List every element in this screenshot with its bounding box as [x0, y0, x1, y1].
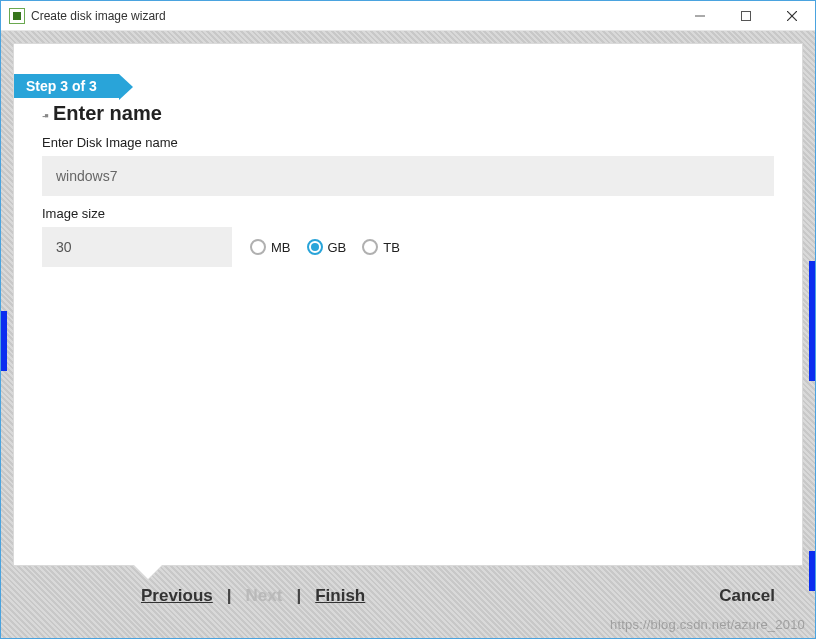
nav-left: Previous | Next | Finish: [141, 586, 365, 606]
next-button: Next: [246, 586, 283, 606]
finish-button[interactable]: Finish: [315, 586, 365, 606]
svg-rect-1: [742, 11, 751, 20]
section-title: Enter name: [53, 102, 162, 125]
unit-radio-tb[interactable]: TB: [362, 239, 400, 255]
nav-separator: |: [296, 586, 301, 606]
size-row: MB GB TB: [42, 227, 774, 267]
window-controls: [677, 1, 815, 31]
edge-decoration: [1, 311, 7, 371]
edge-decoration: [809, 551, 815, 591]
name-label: Enter Disk Image name: [42, 135, 774, 150]
window-title: Create disk image wizard: [31, 9, 677, 23]
radio-label: GB: [328, 240, 347, 255]
radio-icon: [307, 239, 323, 255]
window: Create disk image wizard Step 3 of 3: [0, 0, 816, 639]
minimize-button[interactable]: [677, 1, 723, 31]
radio-label: TB: [383, 240, 400, 255]
client-area: Step 3 of 3 -▪ Enter name Enter Disk Ima…: [1, 31, 815, 638]
disk-image-name-input[interactable]: [42, 156, 774, 196]
radio-label: MB: [271, 240, 291, 255]
edge-decoration: [809, 261, 815, 381]
unit-radio-mb[interactable]: MB: [250, 239, 291, 255]
previous-button[interactable]: Previous: [141, 586, 213, 606]
unit-radio-gb[interactable]: GB: [307, 239, 347, 255]
cancel-button[interactable]: Cancel: [719, 586, 775, 606]
image-size-input[interactable]: [42, 227, 232, 267]
close-button[interactable]: [769, 1, 815, 31]
heading-bullet-icon: -▪: [42, 108, 47, 123]
titlebar: Create disk image wizard: [1, 1, 815, 31]
maximize-button[interactable]: [723, 1, 769, 31]
step-ribbon: Step 3 of 3: [14, 74, 119, 98]
wizard-panel: Step 3 of 3 -▪ Enter name Enter Disk Ima…: [13, 43, 803, 566]
close-icon: [787, 11, 797, 21]
size-label: Image size: [42, 206, 774, 221]
app-icon: [9, 8, 25, 24]
section-heading: -▪ Enter name: [42, 102, 774, 125]
unit-radio-group: MB GB TB: [250, 239, 400, 255]
wizard-footer: Previous | Next | Finish Cancel: [13, 566, 803, 626]
radio-icon: [362, 239, 378, 255]
nav-separator: |: [227, 586, 232, 606]
minimize-icon: [695, 11, 705, 21]
radio-icon: [250, 239, 266, 255]
maximize-icon: [741, 11, 751, 21]
